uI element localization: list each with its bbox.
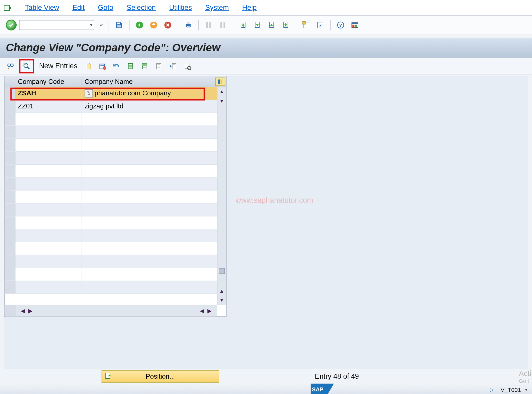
menu-help[interactable]: Help <box>236 2 263 14</box>
new-session-icon[interactable] <box>300 19 312 30</box>
print-bc-icon[interactable] <box>181 61 193 72</box>
menu-goto[interactable]: Goto <box>91 2 120 14</box>
cell-company-name[interactable] <box>82 216 226 229</box>
row-selector[interactable] <box>5 216 16 229</box>
copy-as-icon[interactable] <box>82 61 94 72</box>
next-page-icon[interactable] <box>266 19 277 30</box>
scroll-track[interactable] <box>217 106 226 286</box>
table-row-empty[interactable] <box>5 152 226 165</box>
scroll-up2-icon[interactable]: ▲ <box>217 286 226 296</box>
row-selector[interactable] <box>5 255 16 268</box>
col-company-name[interactable]: Company Name <box>82 78 214 85</box>
cell-company-name[interactable] <box>82 204 226 216</box>
row-selector[interactable] <box>5 268 16 281</box>
table-row-empty[interactable] <box>5 178 226 191</box>
row-selector[interactable] <box>5 204 16 216</box>
row-selector[interactable] <box>5 281 16 293</box>
cell-company-code[interactable]: ZZ01 <box>15 100 82 113</box>
col-company-code[interactable]: Company Code <box>15 78 82 85</box>
cell-company-name[interactable] <box>82 178 226 190</box>
command-dropdown-icon[interactable]: ▼ <box>87 22 96 27</box>
cell-company-name[interactable] <box>82 126 226 138</box>
scroll-thumb[interactable] <box>219 268 225 274</box>
menu-selection[interactable]: Selection <box>120 2 162 14</box>
new-entries-button[interactable]: New Entries <box>37 62 80 70</box>
shortcut-icon[interactable] <box>314 19 326 30</box>
delete-icon[interactable] <box>97 61 108 72</box>
table-row-empty[interactable] <box>5 113 226 126</box>
cell-company-code[interactable] <box>15 113 82 126</box>
row-selector[interactable] <box>5 87 16 100</box>
first-page-icon[interactable] <box>237 19 249 30</box>
table-row-empty[interactable] <box>5 139 226 152</box>
cell-company-code[interactable] <box>15 229 82 242</box>
table-row[interactable]: ZZ01zigzag pvt ltd <box>5 100 226 113</box>
prev-page-icon[interactable] <box>252 19 263 30</box>
menu-command-icon[interactable] <box>3 3 12 13</box>
menu-table-view[interactable]: Table View <box>18 2 66 14</box>
cell-company-code[interactable] <box>15 178 82 190</box>
history-back-icon[interactable]: « <box>98 22 104 28</box>
cell-company-name[interactable] <box>82 268 226 281</box>
table-row-empty[interactable] <box>5 229 226 242</box>
find-next-icon[interactable] <box>217 19 229 30</box>
select-block-icon[interactable] <box>139 61 151 72</box>
back-icon[interactable] <box>134 19 145 30</box>
table-row-empty[interactable] <box>5 242 226 255</box>
cell-company-code[interactable] <box>15 204 82 216</box>
cell-company-code[interactable] <box>15 216 82 229</box>
status-expand-icon[interactable]: ▷ <box>490 387 493 392</box>
exit-icon[interactable] <box>148 19 160 30</box>
status-dropdown-icon[interactable]: ▼ <box>524 387 528 392</box>
hscroll-left-icon[interactable]: ◀ <box>20 307 26 315</box>
table-row-empty[interactable] <box>5 204 226 217</box>
cell-company-code[interactable] <box>15 268 82 281</box>
cell-company-name[interactable] <box>82 190 226 203</box>
cell-company-name[interactable] <box>82 113 226 126</box>
table-row[interactable]: ZSAHphanatutor.com Company <box>5 87 226 100</box>
cell-company-name[interactable] <box>82 152 226 164</box>
table-settings-icon[interactable] <box>215 77 225 86</box>
cell-company-name[interactable] <box>82 229 226 242</box>
enter-button[interactable] <box>6 19 17 30</box>
save-icon[interactable] <box>113 19 125 30</box>
toggle-display-change-icon[interactable] <box>5 61 17 72</box>
row-selector[interactable] <box>5 113 16 126</box>
command-field[interactable] <box>19 20 94 30</box>
row-selector[interactable] <box>5 178 16 190</box>
details-icon[interactable] <box>21 61 33 72</box>
row-selector[interactable] <box>5 126 16 138</box>
cell-company-code[interactable]: ZSAH <box>15 87 82 100</box>
cell-company-code[interactable] <box>15 139 82 151</box>
f4-help-icon[interactable] <box>85 89 93 97</box>
cell-company-code[interactable] <box>15 126 82 138</box>
table-row-empty[interactable] <box>5 268 226 281</box>
table-row-empty[interactable] <box>5 126 226 139</box>
row-selector[interactable] <box>5 229 16 242</box>
row-selector[interactable] <box>5 165 16 177</box>
print-icon[interactable] <box>182 19 194 30</box>
scroll-down-step-icon[interactable]: ▼ <box>217 96 226 106</box>
find-icon[interactable] <box>203 19 214 30</box>
config-columns-icon[interactable] <box>167 61 179 72</box>
hscroll-right-icon[interactable]: ▶ <box>27 307 34 315</box>
cell-company-code[interactable] <box>15 190 82 203</box>
row-selector[interactable] <box>5 152 16 164</box>
table-row-empty[interactable] <box>5 216 226 229</box>
cell-company-code[interactable] <box>15 165 82 177</box>
table-row-empty[interactable] <box>5 165 226 178</box>
cell-company-name[interactable] <box>82 242 226 255</box>
hscroll-right2-icon[interactable]: ▶ <box>206 307 213 315</box>
layout-icon[interactable] <box>349 19 361 30</box>
cell-company-name[interactable] <box>82 281 226 293</box>
cell-company-name[interactable] <box>82 165 226 177</box>
row-selector[interactable] <box>5 190 16 203</box>
table-row-empty[interactable] <box>5 281 226 294</box>
cell-company-code[interactable] <box>15 255 82 268</box>
hscroll-left2-icon[interactable]: ◀ <box>199 307 205 315</box>
row-selector[interactable] <box>5 242 16 255</box>
table-row-empty[interactable] <box>5 190 226 204</box>
vertical-scrollbar[interactable]: ▲ ▼ ▲ ▼ <box>217 87 226 305</box>
help-icon[interactable]: ? <box>335 19 347 30</box>
cell-company-code[interactable] <box>15 152 82 164</box>
